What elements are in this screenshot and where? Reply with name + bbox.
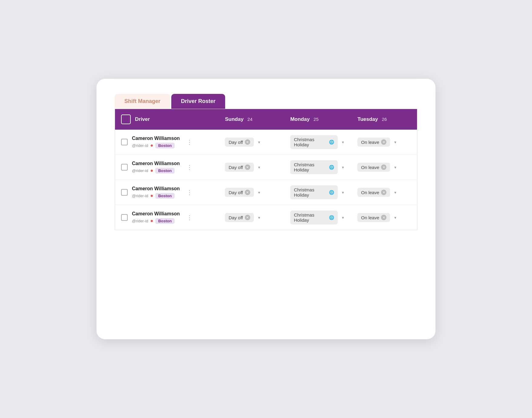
sunday-chip-close-3[interactable]: ✕ — [245, 215, 250, 220]
tuesday-cell-1: On leave ✕ ▾ — [351, 155, 417, 180]
tuesday-chip-close-0[interactable]: ✕ — [381, 139, 386, 145]
tuesday-chip-3: On leave ✕ — [357, 213, 390, 222]
monday-dropdown-2[interactable]: ▾ — [341, 190, 345, 195]
table-header-row: Driver Sunday 24 Monday 25 Tuesday 26 — [115, 109, 417, 130]
tabs-container: Shift Manager Driver Roster — [115, 94, 417, 109]
monday-cell-1: Christmas Holiday 🌐 ▾ — [284, 155, 351, 180]
monday-chip-globe-3: 🌐 — [329, 215, 334, 220]
dot-1 — [151, 170, 153, 172]
th-monday: Monday 25 — [284, 109, 351, 130]
driver-id-3: @rider-id — [132, 219, 148, 223]
driver-meta-2: @rider-id Boston — [132, 193, 180, 199]
table-row: Cameron Williamson @rider-id Boston ⋮ Da… — [115, 205, 417, 230]
roster-table: Driver Sunday 24 Monday 25 Tuesday 26 — [115, 109, 417, 230]
sunday-chip-close-0[interactable]: ✕ — [245, 139, 250, 145]
driver-id-1: @rider-id — [132, 168, 148, 173]
driver-name-3: Cameron Williamson — [132, 211, 180, 217]
tuesday-dropdown-2[interactable]: ▾ — [393, 190, 398, 195]
th-tuesday: Tuesday 26 — [351, 109, 417, 130]
driver-meta-0: @rider-id Boston — [132, 143, 180, 148]
driver-cell-1: Cameron Williamson @rider-id Boston ⋮ — [115, 155, 219, 180]
driver-cell-0: Cameron Williamson @rider-id Boston ⋮ — [115, 130, 219, 155]
dot-2 — [151, 195, 153, 197]
monday-chip-0: Christmas Holiday 🌐 — [290, 135, 338, 149]
more-options-btn-1[interactable]: ⋮ — [184, 164, 195, 171]
driver-column-label: Driver — [135, 116, 150, 122]
sunday-cell-2: Day off ✕ ▾ — [219, 180, 284, 205]
tuesday-number: 26 — [382, 117, 387, 122]
monday-dropdown-1[interactable]: ▾ — [341, 165, 345, 170]
tuesday-label: Tuesday — [357, 116, 378, 122]
tuesday-dropdown-3[interactable]: ▾ — [393, 215, 398, 220]
tab-driver-roster[interactable]: Driver Roster — [171, 94, 225, 109]
tuesday-chip-close-3[interactable]: ✕ — [381, 215, 386, 220]
driver-id-0: @rider-id — [132, 143, 148, 148]
sunday-chip-close-1[interactable]: ✕ — [245, 164, 250, 170]
monday-cell-3: Christmas Holiday 🌐 ▾ — [284, 205, 351, 230]
sunday-cell-0: Day off ✕ ▾ — [219, 130, 284, 155]
row-checkbox-2[interactable] — [121, 189, 128, 196]
tuesday-cell-2: On leave ✕ ▾ — [351, 180, 417, 205]
more-options-btn-3[interactable]: ⋮ — [184, 214, 195, 221]
tuesday-cell-3: On leave ✕ ▾ — [351, 205, 417, 230]
table-body: Cameron Williamson @rider-id Boston ⋮ Da… — [115, 130, 417, 230]
sunday-cell-1: Day off ✕ ▾ — [219, 155, 284, 180]
dot-0 — [151, 144, 153, 147]
driver-name-1: Cameron Williamson — [132, 161, 180, 166]
monday-chip-globe-0: 🌐 — [329, 139, 334, 145]
header-checkbox[interactable] — [121, 114, 131, 124]
driver-name-0: Cameron Williamson — [132, 136, 180, 141]
driver-cell-3: Cameron Williamson @rider-id Boston ⋮ — [115, 205, 219, 230]
sunday-chip-0: Day off ✕ — [225, 138, 254, 147]
monday-chip-globe-2: 🌐 — [329, 190, 334, 195]
sunday-dropdown-0[interactable]: ▾ — [257, 140, 261, 144]
monday-cell-0: Christmas Holiday 🌐 ▾ — [284, 130, 351, 155]
sunday-dropdown-3[interactable]: ▾ — [257, 215, 261, 220]
tuesday-chip-close-2[interactable]: ✕ — [381, 190, 386, 195]
th-sunday: Sunday 24 — [219, 109, 284, 130]
driver-cell-2: Cameron Williamson @rider-id Boston ⋮ — [115, 180, 219, 205]
more-options-btn-2[interactable]: ⋮ — [184, 189, 195, 196]
driver-info-3: Cameron Williamson @rider-id Boston — [132, 211, 180, 224]
driver-info-2: Cameron Williamson @rider-id Boston — [132, 186, 180, 199]
tab-shift-manager[interactable]: Shift Manager — [115, 94, 170, 109]
location-badge-0: Boston — [155, 143, 175, 148]
row-checkbox-3[interactable] — [121, 214, 128, 221]
monday-chip-3: Christmas Holiday 🌐 — [290, 211, 338, 224]
dot-3 — [151, 220, 153, 222]
location-badge-3: Boston — [155, 218, 175, 224]
more-options-btn-0[interactable]: ⋮ — [184, 138, 195, 146]
location-badge-2: Boston — [155, 193, 175, 199]
sunday-chip-2: Day off ✕ — [225, 188, 254, 197]
monday-chip-globe-1: 🌐 — [329, 164, 334, 170]
monday-number: 25 — [314, 117, 319, 122]
sunday-number: 24 — [248, 117, 253, 122]
tuesday-cell-0: On leave ✕ ▾ — [351, 130, 417, 155]
tuesday-chip-close-1[interactable]: ✕ — [381, 164, 386, 170]
table-row: Cameron Williamson @rider-id Boston ⋮ Da… — [115, 130, 417, 155]
driver-name-2: Cameron Williamson — [132, 186, 180, 191]
row-checkbox-1[interactable] — [121, 164, 128, 171]
driver-id-2: @rider-id — [132, 194, 148, 198]
tuesday-dropdown-0[interactable]: ▾ — [393, 140, 398, 144]
driver-info-0: Cameron Williamson @rider-id Boston — [132, 136, 180, 148]
table-row: Cameron Williamson @rider-id Boston ⋮ Da… — [115, 155, 417, 180]
tuesday-chip-1: On leave ✕ — [357, 163, 390, 172]
monday-label: Monday — [290, 116, 310, 122]
sunday-chip-1: Day off ✕ — [225, 163, 254, 172]
driver-meta-1: @rider-id Boston — [132, 168, 180, 174]
driver-info-1: Cameron Williamson @rider-id Boston — [132, 161, 180, 174]
table-row: Cameron Williamson @rider-id Boston ⋮ Da… — [115, 180, 417, 205]
sunday-dropdown-1[interactable]: ▾ — [257, 165, 261, 170]
sunday-dropdown-2[interactable]: ▾ — [257, 190, 261, 195]
monday-dropdown-0[interactable]: ▾ — [341, 140, 345, 144]
monday-chip-1: Christmas Holiday 🌐 — [290, 160, 338, 174]
tuesday-chip-2: On leave ✕ — [357, 188, 390, 197]
sunday-chip-close-2[interactable]: ✕ — [245, 190, 250, 195]
row-checkbox-0[interactable] — [121, 139, 128, 145]
tuesday-dropdown-1[interactable]: ▾ — [393, 165, 398, 170]
th-driver: Driver — [115, 109, 219, 130]
tuesday-chip-0: On leave ✕ — [357, 138, 390, 147]
monday-dropdown-3[interactable]: ▾ — [341, 215, 345, 220]
main-card: Shift Manager Driver Roster Driver Sunda… — [97, 79, 435, 339]
